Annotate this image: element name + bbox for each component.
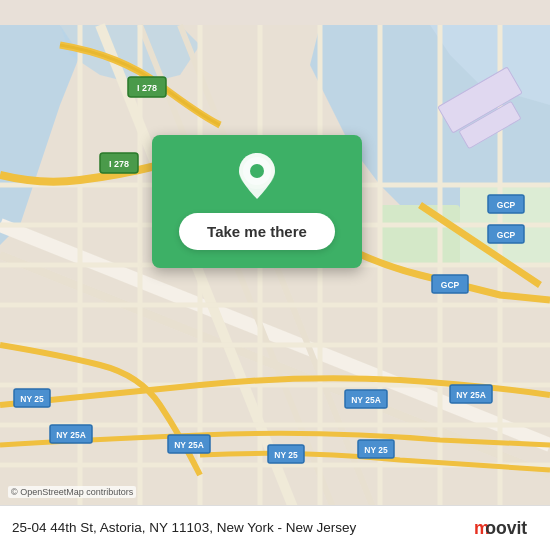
svg-text:NY 25A: NY 25A — [56, 430, 86, 440]
bottom-bar: 25-04 44th St, Astoria, NY 11103, New Yo… — [0, 505, 550, 550]
copyright-text: © OpenStreetMap contributors — [8, 486, 136, 498]
location-pin-icon — [235, 151, 279, 201]
svg-text:GCP: GCP — [497, 200, 516, 210]
svg-text:I 278: I 278 — [137, 83, 157, 93]
svg-text:GCP: GCP — [441, 280, 460, 290]
svg-text:NY 25A: NY 25A — [351, 395, 381, 405]
svg-point-52 — [250, 164, 264, 178]
svg-text:NY 25: NY 25 — [364, 445, 388, 455]
svg-text:NY 25: NY 25 — [274, 450, 298, 460]
svg-text:GCP: GCP — [497, 230, 516, 240]
svg-text:NY 25: NY 25 — [20, 394, 44, 404]
map-background: I 278 I 278 NY 25 NY 25A NY 25A NY 25 NY… — [0, 0, 550, 550]
svg-text:I 278: I 278 — [109, 159, 129, 169]
address-container: 25-04 44th St, Astoria, NY 11103, New Yo… — [12, 518, 464, 538]
map-container: I 278 I 278 NY 25 NY 25A NY 25A NY 25 NY… — [0, 0, 550, 550]
take-me-there-button[interactable]: Take me there — [179, 213, 335, 250]
address-text: 25-04 44th St, Astoria, NY 11103, New Yo… — [12, 520, 356, 535]
svg-rect-1 — [380, 205, 460, 265]
svg-text:NY 25A: NY 25A — [456, 390, 486, 400]
moovit-logo-svg: m oovit — [474, 516, 538, 540]
svg-text:oovit: oovit — [485, 518, 527, 538]
svg-text:NY 25A: NY 25A — [174, 440, 204, 450]
location-card: Take me there — [152, 135, 362, 268]
moovit-logo: m oovit — [474, 516, 538, 540]
